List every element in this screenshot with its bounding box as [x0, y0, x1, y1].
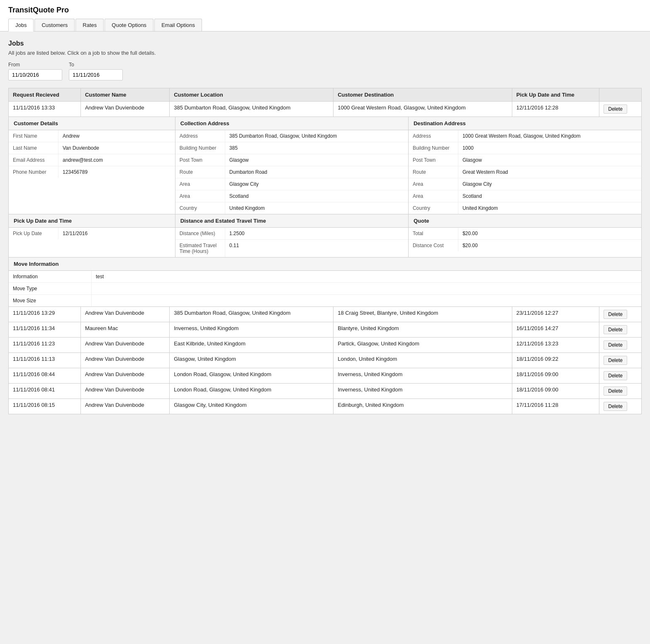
delete-button[interactable]: Delete: [604, 340, 627, 350]
delete-button[interactable]: Delete: [604, 325, 627, 334]
customer-detail-label: First Name: [9, 130, 58, 142]
cell-request-received: 11/11/2016 13:33: [9, 102, 81, 117]
to-date-input[interactable]: [69, 69, 123, 80]
delete-button[interactable]: Delete: [604, 356, 627, 365]
cell-customer-name: Andrew Van Duivenbode: [80, 307, 169, 322]
cell-customer-name: Maureen Mac: [80, 322, 169, 338]
cell-delete[interactable]: Delete: [599, 353, 642, 368]
move-info-label: Move Type: [9, 283, 92, 294]
cell-delete[interactable]: Delete: [599, 384, 642, 399]
cell-request-received: 11/11/2016 08:44: [9, 368, 81, 384]
cell-delete[interactable]: Delete: [599, 307, 642, 322]
cell-pickup: 16/11/2016 14:27: [512, 322, 599, 338]
to-date-group: To: [69, 62, 123, 80]
customer-detail-value: Van Duvienbode: [58, 142, 175, 154]
table-row[interactable]: 11/11/2016 13:33 Andrew Van Duvienbode 3…: [9, 102, 642, 117]
destination-detail-label: Address: [409, 130, 458, 142]
destination-detail-value: Scotland: [458, 190, 641, 202]
collection-detail-value: Dumbarton Road: [225, 166, 408, 178]
collection-detail-value: Glasgow: [225, 154, 408, 166]
quote-panel: Quote Total $20.00 Distance Cost $20.00: [409, 214, 641, 257]
cell-customer-name: Andrew Van Duivenbode: [80, 384, 169, 399]
destination-detail-row: Post Town Glasgow: [409, 154, 641, 166]
cell-pickup: 12/11/2016 12:28: [512, 102, 599, 117]
pickup-detail-label: Pick Up Date: [9, 228, 58, 239]
distance-panel: Distance and Estated Travel Time Distanc…: [175, 214, 409, 257]
cell-request-received: 11/11/2016 08:41: [9, 384, 81, 399]
table-row[interactable]: 11/11/2016 11:13 Andrew Van Duivenbode G…: [9, 353, 642, 368]
destination-detail-label: Route: [409, 166, 458, 178]
collection-detail-value: 385 Dumbarton Road, Glasgow, United King…: [225, 130, 408, 142]
quote-detail-value: $20.00: [458, 228, 641, 239]
table-row[interactable]: 11/11/2016 08:15 Andrew Van Duivenbode G…: [9, 399, 642, 414]
customer-detail-row: Last Name Van Duvienbode: [9, 142, 175, 154]
cell-request-received: 11/11/2016 08:15: [9, 399, 81, 414]
pickup-detail-value: 12/11/2016: [58, 228, 175, 239]
cell-delete[interactable]: Delete: [599, 338, 642, 353]
from-label: From: [8, 62, 62, 68]
move-info-label: Move Size: [9, 295, 92, 306]
cell-destination: London, United Kingdom: [334, 353, 512, 368]
jobs-table: Request Recieved Customer Name Customer …: [8, 88, 642, 414]
destination-address-panel: Destination Address Address 1000 Great W…: [409, 117, 641, 214]
move-info-value: test: [92, 271, 641, 282]
cell-request-received: 11/11/2016 11:34: [9, 322, 81, 338]
table-row[interactable]: 11/11/2016 08:41 Andrew Van Duivenbode L…: [9, 384, 642, 399]
table-row[interactable]: 11/11/2016 08:44 Andrew Van Duivenbode L…: [9, 368, 642, 384]
cell-customer-name: Andrew Van Duivenbode: [80, 399, 169, 414]
to-label: To: [69, 62, 123, 68]
from-date-input[interactable]: [8, 69, 62, 80]
cell-pickup: 12/11/2016 13:23: [512, 338, 599, 353]
cell-delete[interactable]: Delete: [599, 368, 642, 384]
destination-detail-label: Area: [409, 178, 458, 190]
col-customer-destination: Customer Destination: [334, 88, 512, 102]
delete-button[interactable]: Delete: [604, 386, 627, 396]
collection-detail-value: United Kingdom: [225, 202, 408, 214]
cell-location: East Kilbride, United Kingdom: [170, 338, 334, 353]
delete-button[interactable]: Delete: [604, 402, 627, 411]
table-row[interactable]: 11/11/2016 11:23 Andrew Van Duivenbode E…: [9, 338, 642, 353]
collection-detail-label: Country: [175, 202, 225, 214]
delete-button[interactable]: Delete: [604, 371, 627, 380]
cell-destination: Inverness, United Kingdom: [334, 384, 512, 399]
cell-delete[interactable]: Delete: [599, 102, 642, 117]
move-info-section: Move Information Information test Move T…: [9, 258, 641, 306]
move-info-row: Move Size: [9, 295, 641, 306]
delete-button[interactable]: Delete: [604, 310, 627, 319]
tab-rates[interactable]: Rates: [75, 19, 104, 31]
destination-detail-row: Building Number 1000: [409, 142, 641, 154]
cell-delete[interactable]: Delete: [599, 399, 642, 414]
quote-detail-label: Total: [409, 228, 458, 239]
tab-quote-options[interactable]: Quote Options: [105, 19, 153, 31]
destination-detail-label: Building Number: [409, 142, 458, 154]
destination-detail-row: Area Glasgow City: [409, 178, 641, 190]
collection-detail-row: Area Scotland: [175, 190, 408, 202]
quote-detail-row: Distance Cost $20.00: [409, 240, 641, 251]
move-info-row: Information test: [9, 271, 641, 283]
delete-button[interactable]: Delete: [604, 104, 627, 114]
distance-detail-value: 1.2500: [225, 228, 408, 239]
customer-details-panel: Customer Details First Name Andrew Last …: [9, 117, 175, 214]
col-customer-name: Customer Name: [80, 88, 169, 102]
cell-delete[interactable]: Delete: [599, 322, 642, 338]
app-header: TransitQuote Pro Jobs Customers Rates Qu…: [0, 0, 650, 32]
destination-detail-row: Address 1000 Great Western Road, Glasgow…: [409, 130, 641, 142]
col-customer-location: Customer Location: [170, 88, 334, 102]
table-row[interactable]: 11/11/2016 11:34 Maureen Mac Inverness, …: [9, 322, 642, 338]
collection-detail-row: Building Number 385: [175, 142, 408, 154]
customer-detail-row: Phone Number 123456789: [9, 166, 175, 178]
cell-location: London Road, Glasgow, United Kingdom: [170, 368, 334, 384]
tab-jobs[interactable]: Jobs: [8, 19, 34, 32]
expanded-detail-cell: Customer Details First Name Andrew Last …: [9, 117, 642, 307]
from-date-group: From: [8, 62, 62, 80]
distance-title: Distance and Estated Travel Time: [175, 214, 408, 228]
collection-detail-value: Scotland: [225, 190, 408, 202]
collection-detail-label: Area: [175, 190, 225, 202]
tab-email-options[interactable]: Email Options: [154, 19, 202, 31]
destination-detail-value: Glasgow City: [458, 178, 641, 190]
quote-title: Quote: [409, 214, 641, 228]
collection-detail-row: Post Town Glasgow: [175, 154, 408, 166]
tab-customers[interactable]: Customers: [34, 19, 75, 31]
table-row[interactable]: 11/11/2016 13:29 Andrew Van Duivenbode 3…: [9, 307, 642, 322]
cell-location: Glasgow, United Kingdom: [170, 353, 334, 368]
